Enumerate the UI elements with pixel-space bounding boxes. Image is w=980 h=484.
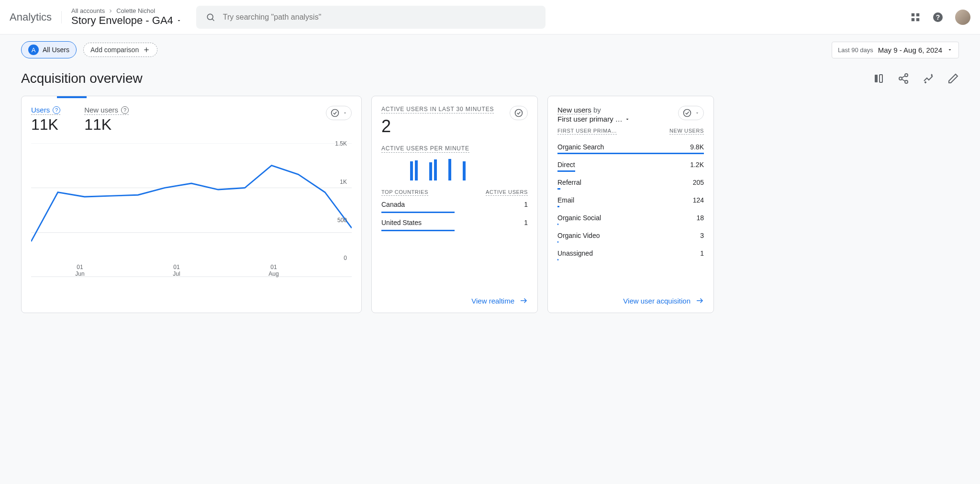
users-card: Users ? 11K New users ? 11K 1.5 (21, 96, 362, 313)
minute-bar (448, 159, 451, 180)
property-selector[interactable]: All accounts Colette Nichol Story Envelo… (71, 7, 182, 27)
view-acquisition-link[interactable]: View user acquisition (623, 296, 704, 305)
breadcrumb: All accounts Colette Nichol (71, 7, 182, 14)
minute-bar (415, 160, 418, 180)
help-icon[interactable]: ? (53, 106, 60, 114)
app-header: Analytics All accounts Colette Nichol St… (0, 0, 980, 34)
search-bar[interactable] (196, 6, 546, 29)
svg-point-22 (515, 110, 523, 117)
new-users-label: New users ? (84, 106, 129, 115)
chevron-right-icon (108, 8, 113, 14)
cards-row: Users ? 11K New users ? 11K 1.5 (0, 96, 980, 327)
compare-icon[interactable] (873, 73, 884, 84)
caret-down-icon (176, 18, 182, 23)
channel-row: Organic Search9.8K (557, 139, 704, 157)
svg-rect-3 (916, 13, 919, 16)
property-name[interactable]: Story Envelope - GA4 (71, 14, 182, 27)
channel-row: Email124 (557, 192, 704, 210)
caret-down-icon (947, 47, 953, 53)
share-icon[interactable] (898, 73, 909, 84)
realtime-title: ACTIVE USERS IN LAST 30 MINUTES (381, 106, 494, 113)
svg-rect-2 (912, 13, 914, 16)
col-metric: NEW USERS (669, 128, 704, 135)
col-countries: TOP COUNTRIES (381, 189, 428, 196)
x-axis: 01Jun 01Jul 01Aug (31, 264, 323, 277)
svg-text:?: ? (936, 13, 940, 21)
help-icon[interactable]: ? (932, 11, 944, 23)
chip-badge: A (28, 45, 39, 55)
country-row: United States1 (381, 214, 528, 231)
channel-row: Unassigned1 (557, 246, 704, 263)
y-tick: 500 (337, 217, 347, 224)
all-users-chip[interactable]: A All Users (21, 41, 77, 58)
caret-down-icon (624, 116, 630, 122)
card-menu[interactable] (510, 106, 528, 120)
check-circle-icon (330, 108, 340, 118)
channel-row: Organic Social18 (557, 210, 704, 228)
realtime-card: ACTIVE USERS IN LAST 30 MINUTES 2 ACTIVE… (371, 96, 538, 313)
channels-card: New users by First user primary … FIRST … (547, 96, 714, 313)
users-metric[interactable]: Users ? 11K (31, 106, 60, 134)
edit-icon[interactable] (947, 73, 959, 84)
users-label: Users ? (31, 106, 60, 115)
channels-table-body: Organic Search9.8KDirect1.2KReferral205E… (557, 139, 704, 263)
svg-rect-4 (912, 18, 914, 21)
x-tick: 01Aug (268, 264, 278, 277)
plus-icon (143, 46, 150, 54)
svg-point-13 (899, 77, 902, 80)
svg-rect-10 (875, 75, 878, 82)
help-icon[interactable]: ? (121, 106, 129, 114)
svg-point-12 (905, 74, 908, 77)
check-circle-icon (682, 108, 692, 118)
chip-label: All Users (43, 46, 69, 54)
x-tick: 01Jul (173, 264, 180, 277)
date-range-picker[interactable]: Last 90 days May 9 - Aug 6, 2024 (832, 42, 959, 58)
users-chart: 1.5K 1K 500 0 01Jun 01Jul 01Aug (31, 143, 352, 277)
header-actions: ? (910, 10, 970, 25)
svg-rect-5 (916, 18, 919, 21)
view-realtime-link[interactable]: View realtime (471, 296, 528, 305)
channel-row: Direct1.2K (557, 157, 704, 175)
date-range-label: Last 90 days (838, 46, 873, 54)
realtime-value: 2 (381, 116, 528, 136)
insights-icon[interactable] (923, 73, 934, 84)
minute-bar (410, 161, 413, 180)
add-comparison-button[interactable]: Add comparison (83, 43, 157, 57)
svg-point-24 (684, 110, 691, 117)
search-icon (206, 12, 215, 22)
y-tick: 1K (340, 179, 347, 185)
active-tab-indicator (57, 96, 87, 98)
page-header: Acquisition overview (0, 65, 980, 96)
property-name-text: Story Envelope - GA4 (71, 14, 173, 27)
svg-line-1 (212, 19, 214, 21)
metrics-row: Users ? 11K New users ? 11K (31, 106, 352, 134)
per-minute-label: ACTIVE USERS PER MINUTE (381, 145, 469, 153)
card-menu[interactable] (678, 106, 704, 120)
user-avatar[interactable] (955, 10, 970, 25)
arrow-right-icon (695, 296, 704, 305)
caret-down-icon (343, 111, 347, 115)
x-tick: 01Jun (75, 264, 84, 277)
svg-rect-11 (880, 75, 882, 82)
caret-down-icon (695, 111, 700, 115)
page-title: Acquisition overview (21, 71, 143, 86)
col-dimension: FIRST USER PRIMA… (557, 128, 617, 135)
users-value: 11K (31, 116, 60, 134)
search-input[interactable] (223, 13, 536, 22)
apps-icon[interactable] (910, 12, 921, 23)
new-users-value: 11K (84, 116, 129, 134)
svg-line-16 (902, 79, 905, 81)
col-active-users: ACTIVE USERS (486, 189, 528, 196)
breadcrumb-root[interactable]: All accounts (71, 7, 105, 14)
per-minute-bars (381, 157, 528, 180)
countries-table-header: TOP COUNTRIES ACTIVE USERS (381, 189, 528, 196)
minute-bar (463, 161, 466, 180)
card-menu[interactable] (326, 106, 352, 120)
y-tick: 0 (344, 255, 347, 261)
add-comparison-label: Add comparison (90, 46, 139, 54)
svg-point-17 (332, 110, 339, 117)
minute-bar (429, 162, 432, 180)
breadcrumb-account[interactable]: Colette Nichol (116, 7, 155, 14)
new-users-metric[interactable]: New users ? 11K (84, 106, 129, 134)
minute-bar (434, 159, 437, 180)
